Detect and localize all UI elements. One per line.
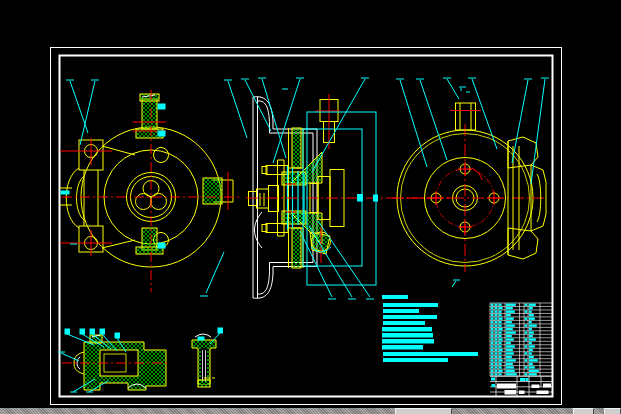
bom-cell-text bbox=[506, 359, 516, 361]
bom-cell-text bbox=[495, 352, 497, 354]
notes-text-line bbox=[382, 327, 432, 332]
bom-cell-text bbox=[499, 363, 502, 365]
bom-cell-text bbox=[506, 324, 515, 326]
bom-cell-text bbox=[506, 366, 514, 368]
bom-cell-text bbox=[529, 338, 536, 340]
title-field-box bbox=[505, 390, 517, 395]
bom-cell-text bbox=[525, 345, 528, 347]
bom-cell-text bbox=[506, 370, 515, 372]
notes-text-line bbox=[383, 309, 419, 313]
bom-cell-text bbox=[506, 317, 514, 319]
bom-cell-text bbox=[499, 359, 503, 361]
detail-view-a bbox=[58, 329, 170, 392]
notes-text-line bbox=[383, 358, 448, 362]
bom-cell-text bbox=[495, 328, 497, 330]
bom-cell-text bbox=[529, 307, 533, 309]
bom-cell-text bbox=[529, 345, 535, 347]
bom-cell-text bbox=[491, 331, 493, 333]
bom-cell-text bbox=[506, 311, 515, 313]
bom-cell-text bbox=[525, 373, 528, 375]
title-field-box bbox=[543, 384, 551, 388]
bom-cell-text bbox=[499, 328, 503, 330]
bom-cell-text bbox=[491, 363, 493, 365]
bom-cell-text bbox=[499, 335, 502, 337]
title-field-box bbox=[497, 384, 516, 389]
bom-cell-text bbox=[499, 314, 502, 316]
bom-cell-text bbox=[491, 335, 493, 337]
bom-cell-text bbox=[525, 311, 528, 313]
bom-cell-text bbox=[495, 311, 497, 313]
bom-cell-text bbox=[491, 373, 493, 375]
bom-cell-text bbox=[506, 304, 516, 306]
bom-cell-text bbox=[491, 321, 493, 323]
bom-cell-text bbox=[529, 370, 539, 372]
bom-cell-text bbox=[506, 373, 517, 375]
technical-notes bbox=[382, 295, 478, 362]
bom-cell-text bbox=[499, 321, 502, 323]
bom-cell-text bbox=[529, 363, 533, 365]
bom-cell-text bbox=[529, 342, 532, 344]
bom-cell-text bbox=[529, 356, 534, 358]
bom-cell-text bbox=[499, 324, 502, 326]
bom-cell-text bbox=[525, 352, 528, 354]
bom-cell-text bbox=[499, 366, 502, 368]
bom-cell-text bbox=[506, 349, 513, 351]
bom-cell-text bbox=[495, 356, 497, 358]
title-field-text bbox=[526, 378, 529, 381]
bom-cell-text bbox=[525, 338, 528, 340]
detail-view-b bbox=[192, 328, 223, 387]
scrollbar-thumb[interactable] bbox=[604, 408, 621, 414]
bom-cell-text bbox=[495, 342, 497, 344]
notes-text-line bbox=[382, 333, 433, 338]
trefoil-lobe-left bbox=[136, 194, 152, 210]
bom-cell-text bbox=[529, 359, 538, 361]
drum-centerlines bbox=[392, 124, 545, 272]
trefoil-lobe-right bbox=[151, 194, 167, 210]
notes-text-line bbox=[382, 339, 434, 344]
front-view-knuckle bbox=[60, 80, 247, 296]
bom-cell-text bbox=[495, 366, 497, 368]
bom-cell-text bbox=[506, 356, 512, 358]
annotation-mark bbox=[61, 191, 69, 194]
title-field-box bbox=[532, 385, 540, 389]
bom-cell-text bbox=[506, 328, 513, 330]
bom-cell-text bbox=[506, 321, 512, 323]
bom-cell-text bbox=[499, 307, 503, 309]
bom-cell-text bbox=[491, 317, 493, 319]
bom-cell-text bbox=[529, 331, 534, 333]
bom-cell-text bbox=[529, 314, 534, 316]
bom-cell-text bbox=[499, 349, 503, 351]
bom-cell-text bbox=[491, 352, 493, 354]
title-field-text bbox=[491, 378, 495, 381]
bom-cell-text bbox=[525, 324, 528, 326]
bom-cell-text bbox=[506, 314, 511, 316]
bom-cell-text bbox=[506, 352, 514, 354]
bom-cell-text bbox=[499, 331, 502, 333]
bom-cell-text bbox=[506, 335, 512, 337]
bom-cell-text bbox=[491, 314, 493, 316]
bom-cell-text bbox=[495, 317, 497, 319]
bom-cell-text bbox=[491, 366, 493, 368]
weld-mark bbox=[158, 131, 165, 136]
title-field-box bbox=[519, 391, 525, 395]
notes-text-line bbox=[382, 345, 423, 350]
notes-text-line bbox=[383, 352, 478, 356]
notes-text-line bbox=[383, 321, 425, 325]
horizontal-scrollbar[interactable] bbox=[0, 408, 621, 414]
bolt-circle bbox=[436, 169, 494, 227]
bom-cell-text bbox=[495, 373, 497, 375]
bom-cell-text bbox=[491, 356, 493, 358]
bom-cell-text bbox=[491, 349, 493, 351]
bom-cell-text bbox=[529, 373, 537, 375]
bom-cell-text bbox=[506, 363, 513, 365]
bom-cell-text bbox=[525, 366, 528, 368]
bom-cell-text bbox=[525, 331, 528, 333]
bom-cell-text bbox=[499, 356, 502, 358]
bom-cell-text bbox=[495, 331, 497, 333]
bom-cell-text bbox=[529, 352, 532, 354]
adjuster-bolt-detail bbox=[315, 94, 340, 149]
scrollbar-thumb[interactable] bbox=[395, 408, 452, 414]
bom-cell-text bbox=[499, 338, 503, 340]
scrollbar-thumb[interactable] bbox=[573, 408, 594, 414]
bom-cell-text bbox=[491, 342, 493, 344]
